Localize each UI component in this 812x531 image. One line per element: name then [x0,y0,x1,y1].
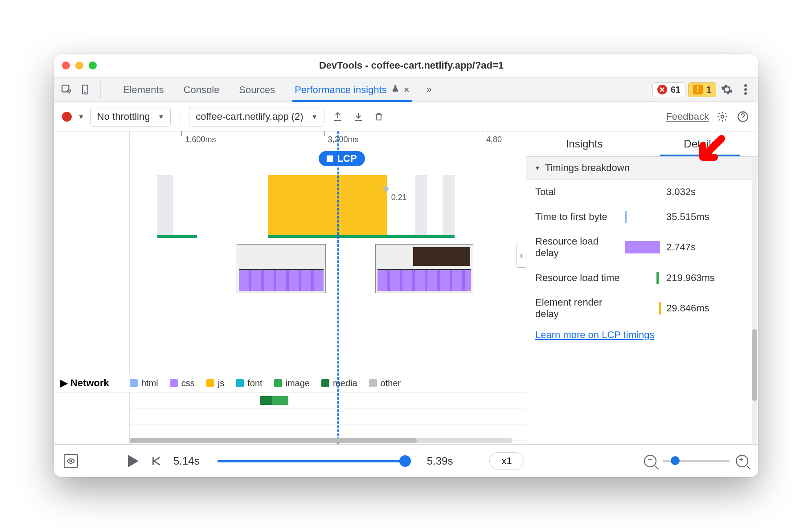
details-sidebar: Insights Details ▼ Timings breakdown Tot… [526,131,758,444]
timing-row-total: Total 3.032s [526,180,758,204]
maximize-window-button[interactable] [89,61,97,69]
timeline-slider[interactable] [217,460,409,462]
play-button[interactable] [128,455,139,467]
ruler-tick: 4,80 [486,135,502,144]
time-ruler: 1,600ms 3,200ms 4,80 [130,131,526,148]
record-menu-chevron-icon[interactable]: ▼ [78,113,84,120]
annotation-arrow-icon [695,135,726,168]
horizontal-scrollbar[interactable] [130,438,513,443]
warning-icon: ! [693,85,703,94]
devtools-window: DevTools - coffee-cart.netlify.app/?ad=1… [54,54,758,477]
errors-badge[interactable]: ✕ 61 [652,82,685,97]
playhead[interactable] [337,131,339,444]
layout-shift-thumbnail[interactable] [375,244,473,293]
learn-more-link[interactable]: Learn more on LCP timings [526,329,654,341]
tab-performance-insights[interactable]: Performance insights × [292,79,412,100]
more-tabs-button[interactable]: » [427,84,432,95]
chevron-down-icon: ▼ [534,164,541,172]
preview-toggle-icon[interactable] [64,454,78,468]
traffic-lights [62,61,97,69]
lcp-stop-icon [327,155,333,162]
warnings-badge[interactable]: ! 1 [688,82,716,97]
timeline[interactable]: 1,600ms 3,200ms 4,80 LCP Layout Shifts [54,131,526,444]
error-icon: ✕ [657,85,667,94]
device-toolbar-icon[interactable] [77,82,93,98]
target-value: coffee-cart.netlify.app (2) [196,111,303,123]
throttling-select[interactable]: No throttling ▼ [90,107,171,127]
chevron-down-icon: ▼ [158,113,164,120]
timing-row-render-delay: Element render delay 29.846ms [526,290,758,327]
collapse-sidebar-handle[interactable]: › [517,243,526,268]
timeline-pane: 1,600ms 3,200ms 4,80 LCP Layout Shifts [54,131,526,444]
inspect-element-icon[interactable] [58,82,74,98]
panel-settings-icon[interactable] [715,110,730,124]
panel-toolbar: ▼ No throttling ▼ coffee-cart.netlify.ap… [54,102,758,131]
tab-console[interactable]: Console [181,79,222,100]
network-legend: html css js font image media other [130,378,401,388]
zoom-in-button[interactable] [736,455,748,467]
close-window-button[interactable] [62,61,70,69]
ruler-tick: 1,600ms [185,135,216,144]
zoom-out-button[interactable] [644,455,656,467]
end-time: 5.39s [427,455,453,467]
playback-speed-button[interactable]: x1 [489,452,524,470]
panel-tabs: Elements Console Sources Performance ins… [120,79,432,100]
window-title: DevTools - coffee-cart.netlify.app/?ad=1 [97,60,726,71]
svg-point-8 [70,460,72,462]
minimize-window-button[interactable] [75,61,83,69]
main-area: 1,600ms 3,200ms 4,80 LCP Layout Shifts [54,131,758,444]
svg-point-4 [744,88,747,91]
warning-count: 1 [706,85,711,95]
jump-to-start-button[interactable] [150,455,162,467]
replay-footer: 5.14s 5.39s x1 [54,444,758,477]
delete-icon[interactable] [372,110,386,124]
chevron-down-icon: ▼ [312,113,318,120]
sidebar-tab-insights[interactable]: Insights [526,131,642,156]
error-count: 61 [671,85,681,95]
lcp-label: LCP [337,153,357,164]
tab-sources[interactable]: Sources [236,79,278,100]
import-icon[interactable] [351,110,365,124]
network-track-header: ▶ Network html css js font image media o… [54,374,526,392]
settings-icon[interactable] [719,82,735,98]
experiment-icon [391,84,399,96]
devtools-tabbar: Elements Console Sources Performance ins… [54,77,758,102]
throttling-value: No throttling [97,111,150,123]
layout-shift-thumbnail[interactable] [237,244,326,293]
feedback-link[interactable]: Feedback [666,111,709,123]
close-tab-icon[interactable]: × [404,84,410,96]
current-time: 5.14s [173,455,200,467]
help-icon[interactable] [736,110,750,124]
timing-row-load-delay: Resource load delay 2.747s [526,229,758,266]
tab-label: Performance insights [295,84,387,96]
svg-point-3 [744,84,747,87]
shift-value: 0.21 [391,193,407,202]
target-select[interactable]: coffee-cart.netlify.app (2) ▼ [189,107,324,127]
zoom-slider[interactable] [663,460,730,462]
vertical-scrollbar[interactable] [752,156,757,444]
timing-row-ttfb: Time to first byte 35.515ms [526,204,758,229]
kebab-menu-icon[interactable] [738,82,754,98]
tab-elements[interactable]: Elements [120,79,167,100]
export-icon[interactable] [331,110,345,124]
ruler-tick: 3,200ms [328,135,359,144]
sidebar-body: ▼ Timings breakdown Total 3.032s Time to… [526,156,758,444]
timing-row-load-time: Resource load time 219.963ms [526,266,758,290]
record-button[interactable] [62,112,72,122]
track-labels-column [54,131,130,444]
network-label[interactable]: ▶ Network [54,377,130,389]
svg-point-5 [744,92,747,95]
chevron-right-icon: ▶ [60,377,68,389]
svg-point-6 [721,115,724,118]
titlebar: DevTools - coffee-cart.netlify.app/?ad=1 [54,54,758,77]
lcp-marker-badge[interactable]: LCP [319,151,365,166]
